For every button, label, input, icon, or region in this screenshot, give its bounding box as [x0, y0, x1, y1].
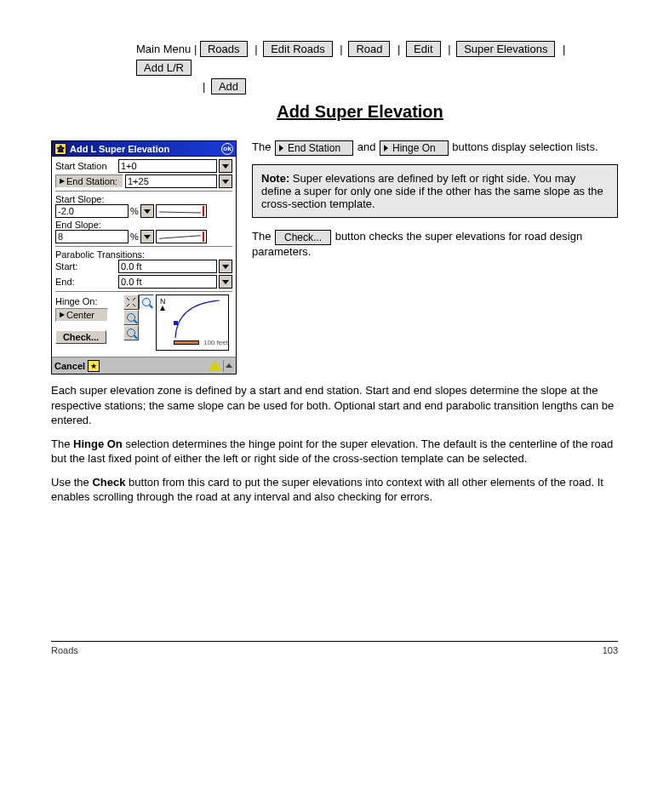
body-paragraph: The Hinge On selection determines the hi… — [51, 437, 618, 466]
end-station-input[interactable]: 1+25 — [125, 174, 217, 188]
app-icon: 🛣 — [54, 143, 66, 155]
end-slope-input[interactable]: 8 — [55, 230, 129, 243]
breadcrumb-item: Edit Roads — [263, 41, 333, 57]
hinge-on-inline-button: Hinge On — [380, 140, 449, 156]
page-title: Add Super Elevation — [102, 102, 618, 122]
hinge-on-button[interactable]: ▶Center — [55, 308, 108, 322]
zoom-in-icon[interactable] — [123, 310, 139, 325]
breadcrumb-item: Add — [211, 78, 246, 94]
dropdown-arrow-icon[interactable] — [219, 159, 232, 173]
footer-page-number: 103 — [603, 645, 618, 655]
collapse-up-icon[interactable] — [223, 360, 233, 372]
breadcrumb-item: Add L/R — [136, 60, 192, 76]
dialog-titlebar: 🛣 Add L Super Elevation ok — [52, 141, 236, 157]
start-slope-label: Start Slope: — [55, 194, 232, 204]
breadcrumb-prefix: Main Menu | — [136, 43, 197, 55]
intro-paragraph: The End Station and Hinge On buttons dis… — [252, 140, 618, 156]
start-slope-preview — [156, 204, 207, 218]
start-slope-input[interactable]: -2.0 — [55, 204, 129, 218]
dropdown-arrow-icon[interactable] — [219, 260, 232, 273]
end-station-button[interactable]: ▶End Station: — [55, 174, 123, 188]
check-button[interactable]: Check... — [55, 330, 106, 344]
end-slope-preview — [156, 230, 207, 243]
dropdown-arrow-icon[interactable] — [140, 230, 154, 243]
hinge-on-label: Hinge On: — [55, 296, 120, 306]
dropdown-arrow-icon[interactable] — [140, 204, 154, 218]
dialog-title: Add L Super Elevation — [70, 144, 169, 154]
check-inline-button: Check... — [275, 230, 331, 245]
scale-bar — [174, 340, 199, 345]
check-paragraph: The Check... button checks the super ele… — [252, 230, 618, 258]
dropdown-arrow-icon[interactable] — [219, 275, 232, 289]
breadcrumb-item: Road — [348, 41, 390, 57]
body-paragraph: Use the Check button from this card to p… — [51, 475, 618, 505]
zoom-extents-icon[interactable] — [123, 294, 139, 310]
body-paragraph: Each super elevation zone is defined by … — [51, 383, 618, 428]
start-station-input[interactable]: 1+0 — [118, 159, 217, 173]
page-footer: Roads 103 — [51, 641, 618, 655]
parabolic-label: Parabolic Transitions: — [55, 249, 232, 260]
dialog-add-super-elevation: 🛣 Add L Super Elevation ok Start Station… — [51, 140, 237, 375]
pt-start-label: Start: — [55, 261, 117, 272]
note-box: Note: Super elevations are defined by le… — [252, 164, 618, 218]
footer-section: Roads — [51, 645, 78, 655]
map-preview: N 100 feet — [156, 294, 229, 351]
pt-end-input[interactable]: 0.0 ft — [118, 275, 217, 289]
dropdown-arrow-icon[interactable] — [219, 174, 232, 188]
cancel-button[interactable]: Cancel — [54, 361, 85, 371]
end-station-inline-button: End Station — [275, 140, 353, 156]
ok-button[interactable]: ok — [221, 143, 233, 155]
pt-end-label: End: — [55, 277, 117, 287]
start-station-label: Start Station — [55, 161, 117, 171]
pt-start-input[interactable]: 0.0 ft — [118, 260, 217, 273]
favorite-icon[interactable]: ★ — [88, 360, 100, 372]
warning-icon[interactable] — [209, 360, 220, 372]
map-marker — [174, 321, 178, 325]
breadcrumb-item: Roads — [200, 41, 248, 57]
breadcrumb: Main Menu | Roads | Edit Roads | Road | … — [136, 41, 618, 97]
zoom-out-icon[interactable] — [123, 325, 139, 340]
breadcrumb-item: Edit — [406, 41, 440, 57]
scale-text: 100 feet — [203, 339, 228, 346]
zoom-window-icon[interactable] — [139, 294, 154, 310]
end-slope-label: End Slope: — [55, 220, 232, 230]
breadcrumb-item: Super Elevations — [456, 41, 555, 57]
dialog-footer: Cancel ★ — [52, 357, 236, 374]
